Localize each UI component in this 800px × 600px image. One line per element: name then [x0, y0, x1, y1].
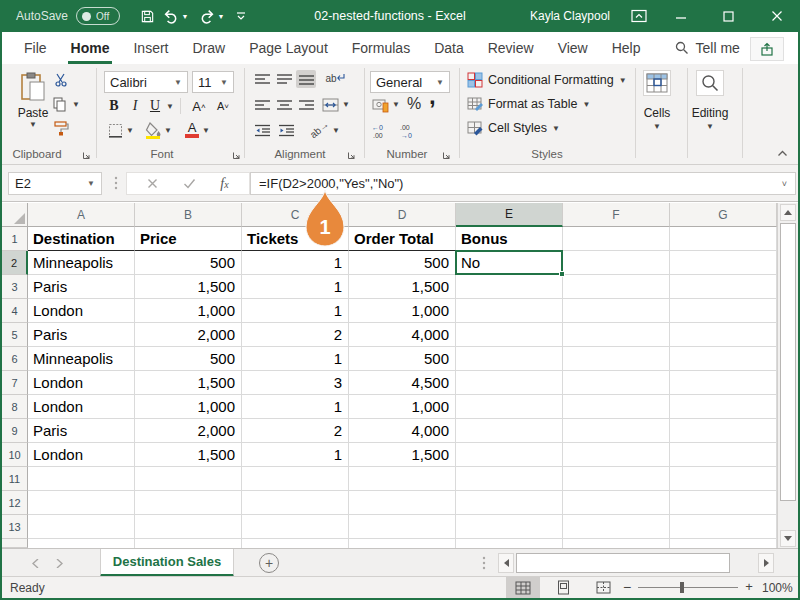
horizontal-scroll-thumb[interactable] — [516, 553, 730, 573]
minimize-button[interactable] — [658, 0, 703, 32]
bold-button[interactable]: B — [106, 97, 122, 115]
merge-center-icon[interactable] — [320, 96, 340, 114]
cell-C13[interactable] — [242, 515, 349, 539]
sheet-tab-destination-sales[interactable]: Destination Sales — [100, 549, 234, 577]
sheet-nav-right-icon[interactable] — [56, 549, 63, 577]
cell-E1[interactable]: Bonus — [456, 227, 563, 251]
cell-A6[interactable]: Minneapolis — [28, 347, 135, 371]
underline-button[interactable]: U — [148, 97, 162, 115]
cell-B10[interactable]: 1,500 — [135, 443, 242, 467]
cell-E4[interactable] — [456, 299, 563, 323]
undo-button[interactable]: ▼ — [160, 0, 190, 32]
cell-E3[interactable] — [456, 275, 563, 299]
cell-G11[interactable] — [670, 467, 777, 491]
cell-G2[interactable] — [670, 251, 777, 275]
cell-D9[interactable]: 4,000 — [349, 419, 456, 443]
cell-B5[interactable]: 2,000 — [135, 323, 242, 347]
cell-F13[interactable] — [563, 515, 670, 539]
editing-dropdown[interactable]: ▼ — [688, 122, 732, 131]
cell-C10[interactable]: 1 — [242, 443, 349, 467]
decrease-indent-icon[interactable] — [252, 121, 272, 139]
column-header-D[interactable]: D — [349, 203, 456, 227]
zoom-slider-track[interactable] — [638, 587, 738, 588]
row-header-4[interactable]: 4 — [2, 299, 28, 323]
cell-B2[interactable]: 500 — [135, 251, 242, 275]
cell-F10[interactable] — [563, 443, 670, 467]
fill-handle[interactable] — [559, 271, 565, 277]
paste-dropdown[interactable]: ▼ — [10, 120, 56, 129]
align-center-icon[interactable] — [274, 96, 294, 114]
cell-A3[interactable]: Paris — [28, 275, 135, 299]
cell-B6[interactable]: 500 — [135, 347, 242, 371]
cell-D1[interactable]: Order Total — [349, 227, 456, 251]
collapse-ribbon-icon[interactable] — [774, 146, 790, 160]
cells-dropdown[interactable]: ▼ — [635, 122, 679, 131]
italic-button[interactable]: I — [128, 97, 142, 115]
redo-button[interactable]: ▼ — [196, 0, 226, 32]
cells-icon[interactable] — [643, 70, 671, 96]
ribbon-tab-insert[interactable]: Insert — [121, 32, 180, 64]
cell-F6[interactable] — [563, 347, 670, 371]
row-header-12[interactable]: 12 — [2, 491, 28, 515]
name-box[interactable]: E2 ▼ — [8, 172, 102, 195]
align-right-icon[interactable] — [296, 96, 316, 114]
cell-E8[interactable] — [456, 395, 563, 419]
cell-C9[interactable]: 2 — [242, 419, 349, 443]
cell-E6[interactable] — [456, 347, 563, 371]
sheet-nav-left-icon[interactable] — [32, 549, 39, 577]
cell-B12[interactable] — [135, 491, 242, 515]
cell-G14[interactable] — [670, 539, 777, 548]
cell-G13[interactable] — [670, 515, 777, 539]
autosave-toggle[interactable]: Off — [76, 7, 120, 25]
zoom-in-button[interactable]: + — [742, 579, 756, 595]
cell-A4[interactable]: London — [28, 299, 135, 323]
cell-E9[interactable] — [456, 419, 563, 443]
ribbon-tab-data[interactable]: Data — [422, 32, 476, 64]
row-header-9[interactable]: 9 — [2, 419, 28, 443]
alignment-dialog-launcher[interactable] — [347, 149, 357, 159]
ribbon-tab-view[interactable]: View — [546, 32, 600, 64]
cancel-icon[interactable] — [147, 178, 158, 189]
cell-G5[interactable] — [670, 323, 777, 347]
cell-A9[interactable]: Paris — [28, 419, 135, 443]
cell-G8[interactable] — [670, 395, 777, 419]
fill-color-icon[interactable] — [144, 120, 162, 140]
vertical-scrollbar[interactable] — [777, 203, 798, 548]
column-header-E[interactable]: E — [456, 203, 563, 227]
font-family-select[interactable]: Calibri▼ — [104, 71, 188, 93]
cell-D8[interactable]: 1,000 — [349, 395, 456, 419]
ribbon-display-options-icon[interactable] — [625, 0, 653, 32]
cell-D11[interactable] — [349, 467, 456, 491]
cell-D4[interactable]: 1,000 — [349, 299, 456, 323]
cell-D13[interactable] — [349, 515, 456, 539]
cell-A12[interactable] — [28, 491, 135, 515]
copy-icon[interactable] — [52, 96, 68, 112]
cell-F3[interactable] — [563, 275, 670, 299]
cell-E10[interactable] — [456, 443, 563, 467]
expand-formula-bar-icon[interactable]: ˅ — [782, 179, 787, 189]
cell-C3[interactable]: 1 — [242, 275, 349, 299]
cell-C5[interactable]: 2 — [242, 323, 349, 347]
vertical-scroll-thumb[interactable] — [780, 223, 796, 501]
cell-A10[interactable]: London — [28, 443, 135, 467]
hscroll-left-button[interactable] — [498, 553, 514, 573]
fill-color-dropdown[interactable]: ▼ — [164, 126, 172, 135]
align-left-icon[interactable] — [252, 96, 272, 114]
cell-G9[interactable] — [670, 419, 777, 443]
row-header-3[interactable]: 3 — [2, 275, 28, 299]
cell-F1[interactable] — [563, 227, 670, 251]
cell-F9[interactable] — [563, 419, 670, 443]
decrease-decimal-icon[interactable]: .00→0 — [398, 120, 422, 140]
scroll-down-button[interactable] — [780, 530, 796, 547]
cell-C14[interactable] — [242, 539, 349, 548]
cell-G4[interactable] — [670, 299, 777, 323]
format-painter-icon[interactable] — [52, 120, 70, 136]
row-header-2[interactable]: 2 — [2, 251, 28, 275]
formula-bar-splitter[interactable] — [114, 176, 118, 190]
increase-decimal-icon[interactable]: ←0.00 — [370, 120, 394, 140]
cell-G1[interactable] — [670, 227, 777, 251]
cell-F12[interactable] — [563, 491, 670, 515]
row-header-13[interactable]: 13 — [2, 515, 28, 539]
ribbon-tab-review[interactable]: Review — [476, 32, 546, 64]
cell-B9[interactable]: 2,000 — [135, 419, 242, 443]
